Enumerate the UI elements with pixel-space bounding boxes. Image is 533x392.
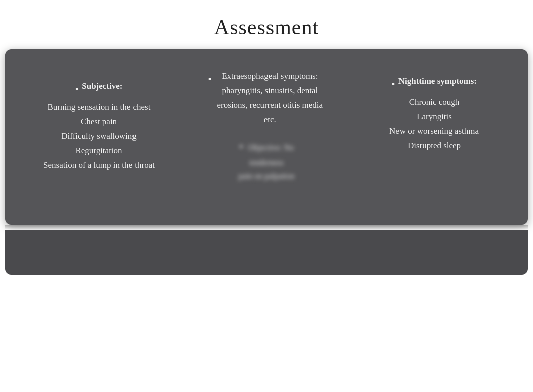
- middle-column: • Extraesophageal symptoms: pharyngitis,…: [183, 64, 350, 188]
- shadow-divider: [5, 225, 528, 230]
- left-item-1: Burning sensation in the chest: [48, 100, 151, 115]
- blurred-line2: tenderness: [238, 156, 294, 169]
- blurred-line1: • Objective: No: [238, 137, 294, 156]
- right-column: • Nighttime symptoms: Chronic cough Lary…: [350, 64, 518, 158]
- right-section-header: Nighttime symptoms:: [398, 74, 477, 89]
- page-title-area: Assessment: [0, 0, 533, 49]
- left-item-2: Chest pain: [81, 115, 117, 129]
- middle-section-text: Extraesophageal symptoms: pharyngitis, s…: [215, 69, 325, 127]
- middle-bullet-icon: •: [208, 70, 212, 88]
- bottom-bar: [5, 230, 528, 275]
- blurred-line3: pain on palpation: [238, 169, 294, 183]
- left-section-header: Subjective:: [82, 79, 122, 94]
- right-item-2: Laryngitis: [417, 110, 452, 124]
- right-bullet-icon: •: [391, 75, 395, 93]
- left-item-4: Regurgitation: [75, 144, 122, 158]
- left-bullet-icon: •: [75, 80, 79, 98]
- page-title: Assessment: [0, 15, 533, 39]
- blurred-content: • Objective: No tenderness pain on palpa…: [238, 137, 294, 183]
- right-item-4: Disrupted sleep: [408, 139, 461, 153]
- right-item-1: Chronic cough: [409, 95, 460, 110]
- left-item-3: Difficulty swallowing: [61, 129, 136, 144]
- main-card: • Subjective: Burning sensation in the c…: [5, 49, 528, 225]
- right-item-3: New or worsening asthma: [389, 124, 479, 139]
- left-item-5: Sensation of a lump in the throat: [43, 158, 155, 173]
- left-column: • Subjective: Burning sensation in the c…: [15, 64, 183, 178]
